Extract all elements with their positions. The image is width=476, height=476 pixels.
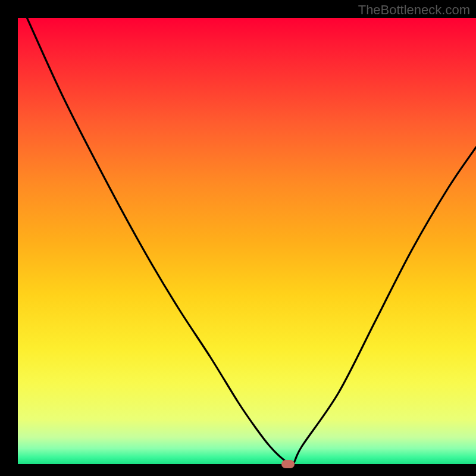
watermark-text: TheBottleneck.com — [358, 2, 470, 18]
sweet-spot-marker — [281, 460, 295, 468]
chart-gradient-background — [18, 18, 476, 464]
